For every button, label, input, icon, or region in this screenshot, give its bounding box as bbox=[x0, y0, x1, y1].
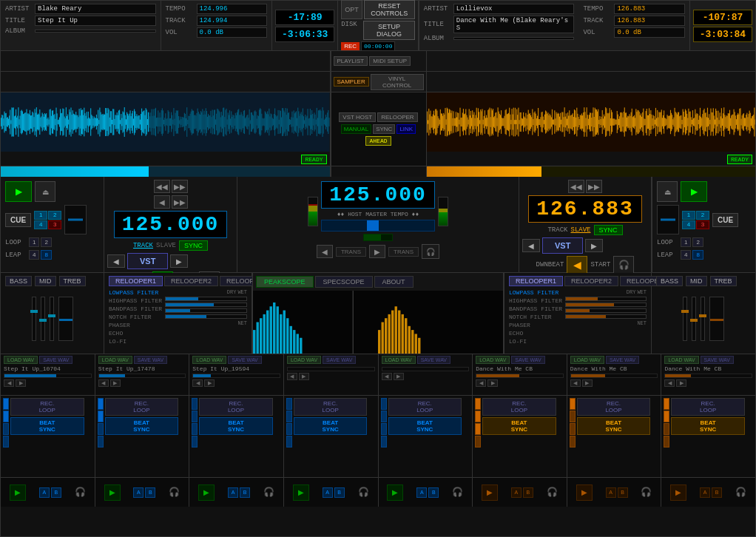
manual-button[interactable]: MANUAL bbox=[341, 124, 371, 134]
beat-5-beat-sync[interactable]: BEATSYNC bbox=[482, 417, 556, 435]
right-forward-button[interactable]: ◀ bbox=[567, 256, 587, 274]
beat-3-beat-sync[interactable]: BEATSYNC bbox=[294, 417, 368, 435]
beat-4-beat-sync[interactable]: BEATSYNC bbox=[388, 417, 462, 435]
master-headphones[interactable]: 🎧 bbox=[422, 244, 439, 259]
bottom-a-3[interactable]: A bbox=[323, 487, 333, 498]
left-cue-4[interactable]: 4 bbox=[34, 220, 47, 229]
bottom-play-0[interactable]: ▶ bbox=[10, 484, 26, 501]
sampler-4-save[interactable]: SAVE WAV bbox=[417, 356, 450, 364]
left-mid-btn[interactable]: MID bbox=[35, 276, 56, 286]
playlist-button[interactable]: PLAYLIST bbox=[334, 56, 368, 66]
beat-6-rec-loop[interactable]: REC.LOOP bbox=[577, 398, 651, 416]
sampler-4-load[interactable]: LOAD WAV bbox=[382, 356, 416, 364]
right-cue-2[interactable]: 2 bbox=[696, 211, 709, 220]
left-treb-btn[interactable]: TREB bbox=[59, 276, 86, 286]
right-cue-4[interactable]: 4 bbox=[682, 220, 695, 229]
left-filter-slider4[interactable] bbox=[165, 314, 247, 319]
left-relooper1-tab[interactable]: RELOOPER1 bbox=[109, 276, 163, 286]
beat-2-rec-loop[interactable]: REC.LOOP bbox=[199, 398, 273, 416]
sampler-3-load[interactable]: LOAD WAV bbox=[287, 356, 321, 364]
left-leap-4[interactable]: 4 bbox=[29, 250, 39, 260]
sampler-6-prev[interactable]: ◀ bbox=[570, 379, 581, 387]
peakscope-tab[interactable]: PEAKSCOPE bbox=[256, 276, 314, 288]
right-filter-slider3[interactable] bbox=[565, 308, 647, 313]
bottom-a-4[interactable]: A bbox=[416, 487, 427, 498]
right-track-sync[interactable]: TRACK bbox=[547, 226, 567, 234]
left-eq-master[interactable] bbox=[58, 297, 73, 341]
sampler-2-progress[interactable] bbox=[192, 374, 280, 378]
beat-0-rec-loop[interactable]: REC.LOOP bbox=[10, 398, 84, 416]
bottom-b-3[interactable]: B bbox=[334, 487, 345, 498]
specscope-tab[interactable]: SPECSCOPE bbox=[315, 276, 373, 288]
left-nav-fwd[interactable]: ▶▶ bbox=[172, 195, 188, 209]
bottom-b-6[interactable]: B bbox=[618, 487, 628, 498]
left-nav-next[interactable]: ▶▶ bbox=[172, 180, 188, 193]
sampler-6-load[interactable]: LOAD WAV bbox=[570, 356, 604, 364]
sampler-7-prev[interactable]: ◀ bbox=[664, 379, 675, 387]
beat-0-beat-sync[interactable]: BEATSYNC bbox=[10, 417, 84, 435]
left-loop-2[interactable]: 2 bbox=[41, 237, 51, 247]
left-pitch-fwd[interactable]: ▶ bbox=[170, 254, 188, 268]
sampler-2-save[interactable]: SAVE WAV bbox=[228, 356, 261, 364]
right-eq-bass-slider[interactable] bbox=[683, 297, 687, 341]
sampler-5-prev[interactable]: ◀ bbox=[476, 379, 486, 387]
left-relooper2-tab[interactable]: RELOOPER2 bbox=[164, 276, 218, 286]
sampler-4-next[interactable]: ▶ bbox=[394, 373, 404, 380]
bottom-a-1[interactable]: A bbox=[133, 487, 144, 498]
right-eq-master[interactable] bbox=[709, 297, 724, 341]
right-leap-4[interactable]: 4 bbox=[681, 250, 691, 260]
right-eq-treb-slider[interactable] bbox=[701, 297, 705, 341]
right-cue-1[interactable]: 1 bbox=[682, 211, 695, 220]
beat-5-rec-loop[interactable]: REC.LOOP bbox=[482, 398, 556, 416]
sampler-7-save[interactable]: SAVE WAV bbox=[701, 356, 734, 364]
beat-4-rec-loop[interactable]: REC.LOOP bbox=[388, 398, 462, 416]
right-lowpass-filter[interactable]: LOWPASS FILTER bbox=[509, 289, 562, 296]
right-slave-sync[interactable]: SLAVE bbox=[570, 226, 590, 234]
left-filter-slider3[interactable] bbox=[165, 308, 247, 313]
left-lowpass-filter[interactable]: LOWPASS FILTER bbox=[109, 289, 162, 296]
bottom-play-4[interactable]: ▶ bbox=[387, 484, 403, 501]
sampler-3-progress[interactable] bbox=[287, 367, 375, 371]
left-echo-filter[interactable]: ECHO bbox=[109, 330, 162, 337]
opt-button[interactable]: OPT bbox=[341, 0, 362, 19]
beat-7-rec-loop[interactable]: REC.LOOP bbox=[671, 398, 745, 416]
bottom-a-0[interactable]: A bbox=[39, 487, 50, 498]
relooper-button[interactable]: RELOOPER bbox=[377, 112, 417, 122]
sampler-4-prev[interactable]: ◀ bbox=[382, 373, 392, 380]
bottom-a-2[interactable]: A bbox=[228, 487, 238, 498]
right-cue-3[interactable]: 3 bbox=[696, 220, 709, 229]
left-cue-1[interactable]: 1 bbox=[34, 211, 47, 220]
master-prev[interactable]: ◀ bbox=[317, 245, 333, 258]
sampler-button[interactable]: SAMPLER bbox=[334, 77, 369, 87]
right-treb-btn[interactable]: TREB bbox=[710, 276, 737, 286]
beat-7-beat-sync[interactable]: BEATSYNC bbox=[671, 417, 745, 435]
sampler-6-progress[interactable] bbox=[570, 374, 658, 378]
sampler-7-progress[interactable] bbox=[664, 374, 752, 378]
vinyl-control-button[interactable]: VINYL CONTROL bbox=[371, 74, 424, 90]
bottom-a-6[interactable]: A bbox=[606, 487, 616, 498]
right-filter-slider4[interactable] bbox=[565, 314, 647, 319]
left-dry-wet-slider[interactable] bbox=[165, 297, 247, 301]
sampler-1-save[interactable]: SAVE WAV bbox=[134, 356, 167, 364]
right-lofi-filter[interactable]: LO-FI bbox=[509, 338, 562, 345]
bottom-play-5[interactable]: ▶ bbox=[482, 484, 498, 501]
beat-6-beat-sync[interactable]: BEATSYNC bbox=[577, 417, 651, 435]
beat-3-rec-loop[interactable]: REC.LOOP bbox=[294, 398, 368, 416]
setup-dialog-button[interactable]: SETUP DIALOG bbox=[363, 21, 415, 40]
right-nav-next[interactable]: ▶▶ bbox=[586, 180, 602, 193]
left-nav-prev[interactable]: ◀◀ bbox=[154, 180, 170, 193]
sampler-0-next[interactable]: ▶ bbox=[16, 379, 26, 387]
left-filter-slider2[interactable] bbox=[165, 303, 247, 307]
beat-2-beat-sync[interactable]: BEATSYNC bbox=[199, 417, 273, 435]
sampler-6-save[interactable]: SAVE WAV bbox=[606, 356, 639, 364]
sampler-3-save[interactable]: SAVE WAV bbox=[323, 356, 356, 364]
left-pitch-back[interactable]: ◀ bbox=[107, 254, 125, 268]
sampler-1-load[interactable]: LOAD WAV bbox=[98, 356, 132, 364]
rec-button[interactable]: REC bbox=[341, 42, 360, 50]
right-highpass-filter[interactable]: HIGHPASS FILTER bbox=[509, 297, 562, 304]
right-bass-btn[interactable]: BASS bbox=[656, 276, 683, 286]
right-echo-filter[interactable]: ECHO bbox=[509, 330, 562, 337]
bottom-b-4[interactable]: B bbox=[428, 487, 439, 498]
sampler-5-progress[interactable] bbox=[476, 374, 564, 378]
bottom-play-2[interactable]: ▶ bbox=[198, 484, 215, 501]
